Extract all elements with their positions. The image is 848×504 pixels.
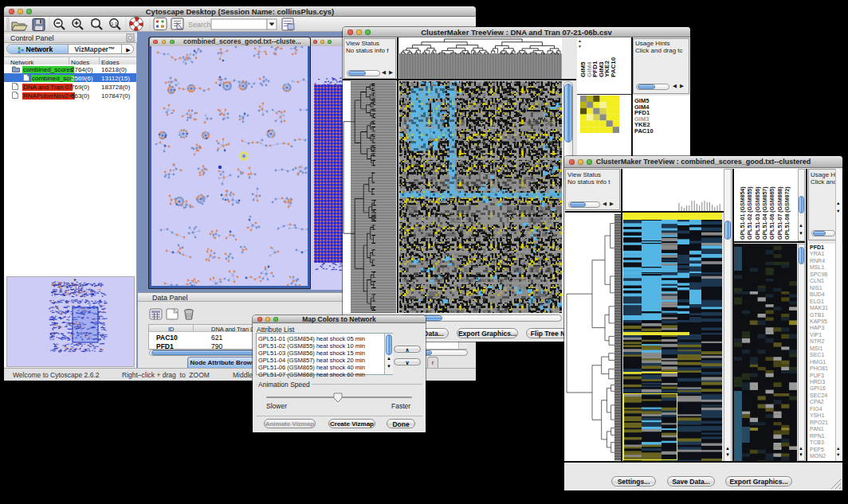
svg-text:1:1: 1:1 — [111, 21, 118, 26]
svg-text:Search:: Search: — [188, 21, 213, 29]
